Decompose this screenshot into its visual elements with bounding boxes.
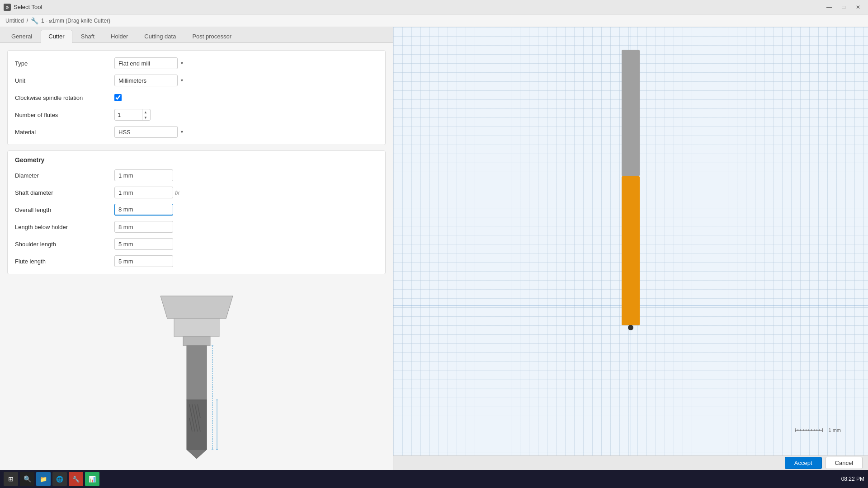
diameter-input[interactable] bbox=[114, 169, 173, 181]
taskbar-right: 08:22 PM bbox=[841, 476, 864, 482]
fx-icon[interactable]: fx bbox=[175, 189, 179, 196]
start-button[interactable]: ⊞ bbox=[4, 472, 18, 486]
taskbar-app-4[interactable]: 📊 bbox=[85, 472, 99, 486]
breadcrumb-separator: / bbox=[27, 18, 28, 24]
shoulder-length-input[interactable] bbox=[114, 238, 173, 250]
window-title: Select Tool bbox=[14, 4, 42, 10]
taskbar: ⊞ 🔍 📁 🌐 🔧 📊 08:22 PM bbox=[0, 470, 868, 488]
svg-rect-3 bbox=[174, 319, 219, 337]
minimize-button[interactable]: — bbox=[823, 3, 835, 12]
svg-text:⚙: ⚙ bbox=[5, 5, 9, 10]
bottom-bar: Accept Cancel bbox=[393, 455, 868, 470]
taskbar-app-2[interactable]: 🌐 bbox=[52, 472, 67, 486]
overall-length-row: Overall length bbox=[15, 202, 378, 217]
type-label: Type bbox=[15, 60, 114, 67]
flutes-spin-up[interactable]: ▲ bbox=[142, 109, 149, 115]
overall-length-label: Overall length bbox=[15, 206, 114, 213]
length-below-holder-input[interactable] bbox=[114, 221, 173, 233]
diameter-row: Diameter bbox=[15, 168, 378, 183]
title-bar: ⚙ Select Tool — □ ✕ bbox=[0, 0, 868, 14]
flutes-spin-down[interactable]: ▼ bbox=[142, 115, 149, 120]
taskbar-left: ⊞ 🔍 📁 🌐 🔧 📊 bbox=[4, 472, 99, 486]
type-row: Type Flat end mill Ball end mill Bull no… bbox=[15, 56, 378, 70]
shaft-diameter-row: Shaft diameter fx bbox=[15, 185, 378, 200]
shaft-diameter-wrapper: fx bbox=[114, 187, 179, 198]
scale-label: 1 mm bbox=[829, 427, 841, 433]
material-label: Material bbox=[15, 129, 114, 136]
unit-dropdown[interactable]: Millimeters Inches bbox=[114, 75, 178, 86]
shoulder-length-label: Shoulder length bbox=[15, 241, 114, 248]
type-dropdown[interactable]: Flat end mill Ball end mill Bull nose Dr… bbox=[114, 57, 178, 69]
left-panel: General Cutter Shaft Holder Cutting data… bbox=[0, 27, 393, 470]
shaft-diameter-input[interactable] bbox=[114, 187, 173, 198]
maximize-button[interactable]: □ bbox=[837, 3, 850, 12]
clock: 08:22 PM bbox=[841, 476, 864, 482]
window-controls: — □ ✕ bbox=[823, 3, 864, 12]
flutes-input-wrapper: ▲ ▼ bbox=[114, 109, 151, 121]
diameter-label: Diameter bbox=[15, 172, 114, 179]
length-below-holder-row: Length below holder bbox=[15, 220, 378, 234]
app-icon: ⚙ bbox=[4, 4, 11, 11]
shaft-diameter-label: Shaft diameter bbox=[15, 189, 114, 196]
material-dropdown-wrapper: HSS Carbide Cobalt bbox=[114, 126, 187, 138]
tool-svg bbox=[147, 291, 246, 463]
tab-post-processor[interactable]: Post processor bbox=[184, 30, 239, 42]
material-dropdown[interactable]: HSS Carbide Cobalt bbox=[114, 126, 178, 138]
svg-point-24 bbox=[628, 325, 633, 330]
unit-dropdown-wrapper: Millimeters Inches bbox=[114, 75, 187, 86]
right-panel-wrapper: 1 mm Accept Cancel bbox=[393, 27, 868, 470]
svg-rect-22 bbox=[622, 50, 640, 176]
grid-view: 1 mm bbox=[393, 27, 868, 455]
search-taskbar[interactable]: 🔍 bbox=[20, 472, 34, 486]
flutes-spinners: ▲ ▼ bbox=[142, 109, 149, 120]
material-row: Material HSS Carbide Cobalt bbox=[15, 125, 378, 139]
taskbar-app-3[interactable]: 🔧 bbox=[69, 472, 83, 486]
tool-3d-svg bbox=[613, 50, 649, 343]
overall-length-input[interactable] bbox=[114, 204, 173, 216]
unit-label: Unit bbox=[15, 77, 114, 84]
flutes-input[interactable] bbox=[115, 112, 142, 118]
svg-marker-15 bbox=[187, 450, 207, 459]
scale-bar: 1 mm bbox=[795, 427, 841, 433]
clockwise-checkbox[interactable] bbox=[114, 94, 122, 101]
breadcrumb-tool-icon: 🔧 bbox=[31, 17, 38, 24]
tab-holder[interactable]: Holder bbox=[103, 30, 136, 42]
flute-length-input[interactable] bbox=[114, 255, 173, 267]
tab-bar: General Cutter Shaft Holder Cutting data… bbox=[0, 27, 393, 43]
type-dropdown-wrapper: Flat end mill Ball end mill Bull nose Dr… bbox=[114, 57, 187, 69]
cancel-button[interactable]: Cancel bbox=[826, 457, 863, 469]
flute-length-label: Flute length bbox=[15, 258, 114, 265]
svg-rect-4 bbox=[183, 337, 210, 346]
unit-row: Unit Millimeters Inches bbox=[15, 73, 378, 88]
flutes-label: Number of flutes bbox=[15, 112, 114, 118]
taskbar-app-1[interactable]: 📁 bbox=[36, 472, 51, 486]
form-area: Type Flat end mill Ball end mill Bull no… bbox=[0, 43, 393, 287]
svg-rect-5 bbox=[187, 346, 207, 400]
main-content: General Cutter Shaft Holder Cutting data… bbox=[0, 27, 868, 470]
geometry-title: Geometry bbox=[15, 156, 378, 164]
geometry-section: Geometry Diameter Shaft diameter fx O bbox=[7, 150, 386, 274]
tab-cutting-data[interactable]: Cutting data bbox=[137, 30, 184, 42]
tab-cutter[interactable]: Cutter bbox=[41, 30, 72, 43]
flute-length-row: Flute length bbox=[15, 254, 378, 268]
breadcrumb: Untitled / 🔧 1 - ⌀1mm (Drag knife Cutter… bbox=[0, 14, 868, 27]
breadcrumb-project: Untitled bbox=[5, 18, 24, 24]
tool-preview-area bbox=[0, 287, 393, 470]
clockwise-row: Clockwise spindle rotation bbox=[15, 90, 378, 105]
clockwise-label: Clockwise spindle rotation bbox=[15, 94, 114, 101]
close-button[interactable]: ✕ bbox=[852, 3, 864, 12]
svg-marker-2 bbox=[160, 296, 233, 319]
properties-section: Type Flat end mill Ball end mill Bull no… bbox=[7, 50, 386, 145]
svg-rect-23 bbox=[622, 176, 640, 325]
tab-general[interactable]: General bbox=[4, 30, 40, 42]
accept-button[interactable]: Accept bbox=[785, 457, 822, 469]
tool-3d-view bbox=[613, 50, 649, 343]
shoulder-length-row: Shoulder length bbox=[15, 237, 378, 251]
tab-shaft[interactable]: Shaft bbox=[73, 30, 102, 42]
breadcrumb-tool-name: 1 - ⌀1mm (Drag knife Cutter) bbox=[41, 18, 110, 24]
length-below-holder-label: Length below holder bbox=[15, 224, 114, 230]
flutes-row: Number of flutes ▲ ▼ bbox=[15, 108, 378, 122]
